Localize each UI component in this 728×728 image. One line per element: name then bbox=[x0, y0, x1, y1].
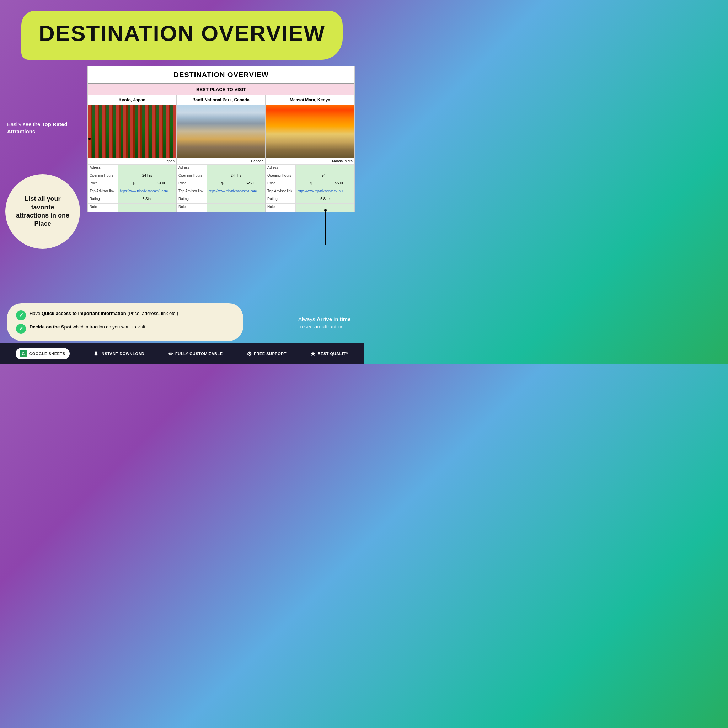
ss-data-col-0: Japan Adress Opening Hours 24 hrs Price … bbox=[88, 158, 177, 211]
bubble-bottom: ✓ Have Quick access to important informa… bbox=[7, 303, 243, 341]
spreadsheet: DESTINATION OVERVIEW BEST PLACE TO VISIT… bbox=[87, 66, 355, 212]
ss-datarow-note-2: Note bbox=[266, 204, 355, 211]
ss-data-col-2: Maasai Mara Adress Opening Hours 24 h Pr… bbox=[266, 158, 355, 211]
arrive-dot bbox=[324, 209, 327, 211]
bubble-item-1: ✓ Decide on the Spot which attraction do… bbox=[16, 324, 234, 334]
google-sheets-icon: G bbox=[20, 350, 27, 357]
ss-data-col-1: Canada Adress Opening Hours 24 Hrs Price… bbox=[177, 158, 266, 211]
annotation-prefix: Easily see the bbox=[7, 121, 42, 127]
ss-datarow-address-0: Adress bbox=[88, 165, 176, 173]
ss-image-banff bbox=[177, 105, 266, 158]
ss-datarow-hours-2: Opening Hours 24 h bbox=[266, 173, 355, 180]
ss-header: DESTINATION OVERVIEW bbox=[88, 66, 355, 84]
ss-image-maasai bbox=[266, 105, 355, 158]
ss-col-header-2: Maasai Mara, Kenya bbox=[266, 95, 355, 104]
arrive-line bbox=[325, 210, 326, 245]
ss-datarow-price-1: Price $ $250 bbox=[177, 180, 265, 188]
bubble-text-0: Have Quick access to important informati… bbox=[29, 310, 178, 317]
ss-image-kyoto bbox=[88, 105, 177, 158]
ss-datarow-link-0: Trip Advisor link https://www.tripadviso… bbox=[88, 188, 176, 196]
ss-country-1: Canada bbox=[177, 158, 265, 165]
banner-title: DESTINATION OVERVIEW bbox=[35, 21, 329, 46]
ss-country-2: Maasai Mara bbox=[266, 158, 355, 165]
annotation-line bbox=[71, 139, 89, 139]
check-icon-0: ✓ bbox=[16, 310, 26, 320]
ss-columns: Kyoto, Japan Banff National Park, Canada… bbox=[88, 95, 355, 105]
support-icon: ⚙ bbox=[247, 350, 252, 357]
annotation-dot bbox=[88, 138, 91, 140]
bubble-text-1: Decide on the Spot which attraction do y… bbox=[29, 324, 145, 330]
annotation-top-rated: Easily see the Top Rated Attractions bbox=[7, 121, 78, 135]
download-icon: ⬇ bbox=[93, 350, 98, 357]
check-icon-1: ✓ bbox=[16, 324, 26, 334]
ss-datarow-address-1: Adress bbox=[177, 165, 265, 173]
footer-item-customizable: ✏ FULLY CUSTOMIZABLE bbox=[168, 350, 223, 357]
footer-item-download: ⬇ INSTANT DOWNLOAD bbox=[93, 350, 144, 357]
footer-item-google-sheets: G Google Sheets bbox=[16, 348, 70, 359]
annotation-arrive: Always Arrive in time to see an attracti… bbox=[298, 315, 355, 330]
ss-datarow-link-2: Trip Advisor link https://www.tripadviso… bbox=[266, 188, 355, 196]
ss-datarow-rating-2: Rating 5 Star bbox=[266, 196, 355, 204]
ss-datarow-link-1: Trip Advisor link https://www.tripadviso… bbox=[177, 188, 265, 196]
ss-col-header-1: Banff National Park, Canada bbox=[177, 95, 266, 104]
ss-datarow-hours-0: Opening Hours 24 hrs bbox=[88, 173, 176, 180]
ss-datarow-rating-1: Rating bbox=[177, 196, 265, 204]
ss-datarow-note-0: Note bbox=[88, 204, 176, 211]
banner: DESTINATION OVERVIEW bbox=[21, 11, 343, 60]
ss-images-row bbox=[88, 105, 355, 158]
bubble-item-0: ✓ Have Quick access to important informa… bbox=[16, 310, 234, 320]
ss-datarow-price-0: Price $ $300 bbox=[88, 180, 176, 188]
star-icon: ★ bbox=[310, 350, 316, 357]
ss-col-header-0: Kyoto, Japan bbox=[88, 95, 177, 104]
footer-item-quality: ★ BEST QUALITY bbox=[310, 350, 348, 357]
ss-datarow-hours-1: Opening Hours 24 Hrs bbox=[177, 173, 265, 180]
ss-subheader: BEST PLACE TO VISIT bbox=[88, 84, 355, 95]
ss-data-section: Japan Adress Opening Hours 24 hrs Price … bbox=[88, 158, 355, 211]
ss-datarow-note-1: Note bbox=[177, 204, 265, 211]
ss-datarow-price-2: Price $ $500 bbox=[266, 180, 355, 188]
footer-bar: G Google Sheets ⬇ INSTANT DOWNLOAD ✏ FUL… bbox=[0, 343, 364, 364]
edit-icon: ✏ bbox=[168, 350, 173, 357]
bubble-list-attractions: List all your favorite attractions in on… bbox=[5, 174, 80, 249]
footer-item-support: ⚙ FREE SUPPORT bbox=[247, 350, 286, 357]
ss-datarow-address-2: Adress bbox=[266, 165, 355, 173]
ss-country-0: Japan bbox=[88, 158, 176, 165]
ss-datarow-rating-0: Rating 5 Star bbox=[88, 196, 176, 204]
